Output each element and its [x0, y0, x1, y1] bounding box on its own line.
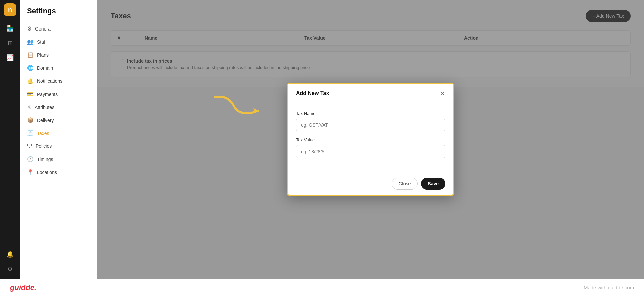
notifications-icon: 🔔 — [27, 78, 34, 84]
general-icon: ⚙ — [27, 25, 32, 32]
footer: guidde. Made with guidde.com — [0, 279, 644, 296]
nav-shop-icon[interactable]: 🏪 — [4, 22, 16, 34]
sidebar-label-domain: Domain — [37, 65, 53, 71]
main-content: Taxes + Add New Tax # Name Tax Value Act… — [97, 0, 644, 279]
modal-save-btn[interactable]: Save — [421, 178, 445, 190]
sidebar-item-policies[interactable]: 🛡 Policies — [20, 140, 97, 153]
sidebar-item-staff[interactable]: 👥 Staff — [20, 35, 97, 48]
sidebar-item-payments[interactable]: 💳 Payments — [20, 87, 97, 101]
tax-name-input[interactable] — [296, 119, 445, 131]
sidebar-item-domain[interactable]: 🌐 Domain — [20, 61, 97, 74]
nav-bell-icon[interactable]: 🔔 — [4, 248, 16, 260]
app-logo[interactable]: n — [4, 3, 16, 16]
timings-icon: 🕐 — [27, 156, 34, 162]
sidebar-label-delivery: Delivery — [37, 118, 54, 123]
nav-settings-icon[interactable]: ⚙ — [4, 263, 16, 275]
tax-value-label: Tax Value — [296, 137, 445, 142]
domain-icon: 🌐 — [27, 65, 34, 71]
sidebar-item-attributes[interactable]: ✳ Attributes — [20, 101, 97, 114]
sidebar-label-timings: Timings — [37, 157, 53, 162]
plans-icon: 📋 — [27, 52, 34, 58]
sidebar-label-plans: Plans — [37, 52, 49, 58]
taxes-icon: 🧾 — [27, 130, 34, 136]
nav-chart-icon[interactable]: 📈 — [4, 52, 16, 64]
modal-close-btn[interactable]: Close — [392, 178, 418, 190]
sidebar-item-taxes[interactable]: 🧾 Taxes — [20, 127, 97, 140]
tax-value-input[interactable] — [296, 145, 445, 158]
logo-letter: n — [8, 6, 12, 14]
sidebar-label-notifications: Notifications — [37, 78, 62, 84]
staff-icon: 👥 — [27, 39, 34, 45]
nav-grid-icon[interactable]: ⊞ — [4, 37, 16, 49]
modal-body: Tax Name Tax Value — [288, 103, 453, 172]
modal-footer: Close Save — [288, 172, 453, 195]
modal-close-button[interactable]: ✕ — [440, 90, 445, 97]
sidebar-label-locations: Locations — [37, 170, 57, 175]
sidebar: Settings ⚙ General 👥 Staff 📋 Plans 🌐 Dom… — [20, 0, 97, 279]
sidebar-item-general[interactable]: ⚙ General — [20, 22, 97, 35]
attributes-icon: ✳ — [27, 104, 31, 110]
sidebar-item-delivery[interactable]: 📦 Delivery — [20, 114, 97, 127]
locations-icon: 📍 — [27, 169, 34, 175]
sidebar-item-notifications[interactable]: 🔔 Notifications — [20, 74, 97, 87]
modal-backdrop: Add New Tax ✕ Tax Name Tax Value Close S — [97, 0, 644, 279]
sidebar-title: Settings — [20, 7, 97, 22]
footer-logo: guidde. — [10, 283, 36, 292]
sidebar-item-plans[interactable]: 📋 Plans — [20, 48, 97, 61]
sidebar-item-timings[interactable]: 🕐 Timings — [20, 153, 97, 166]
tax-name-label: Tax Name — [296, 111, 445, 116]
sidebar-label-payments: Payments — [37, 92, 58, 97]
sidebar-label-general: General — [35, 26, 52, 32]
sidebar-label-attributes: Attributes — [35, 105, 54, 110]
footer-tagline: Made with guidde.com — [584, 285, 634, 290]
payments-icon: 💳 — [27, 91, 34, 97]
icon-bar: n 🏪 ⊞ 📈 🔔 ⚙ — [0, 0, 20, 279]
policies-icon: 🛡 — [27, 143, 32, 149]
add-new-tax-modal: Add New Tax ✕ Tax Name Tax Value Close S — [287, 83, 454, 196]
modal-title: Add New Tax — [296, 90, 329, 96]
sidebar-item-locations[interactable]: 📍 Locations — [20, 166, 97, 179]
sidebar-label-taxes: Taxes — [37, 131, 49, 136]
tax-value-group: Tax Value — [296, 137, 445, 158]
sidebar-label-policies: Policies — [36, 143, 52, 149]
delivery-icon: 📦 — [27, 117, 34, 123]
tax-name-group: Tax Name — [296, 111, 445, 131]
modal-header: Add New Tax ✕ — [288, 84, 453, 103]
sidebar-label-staff: Staff — [37, 39, 47, 45]
